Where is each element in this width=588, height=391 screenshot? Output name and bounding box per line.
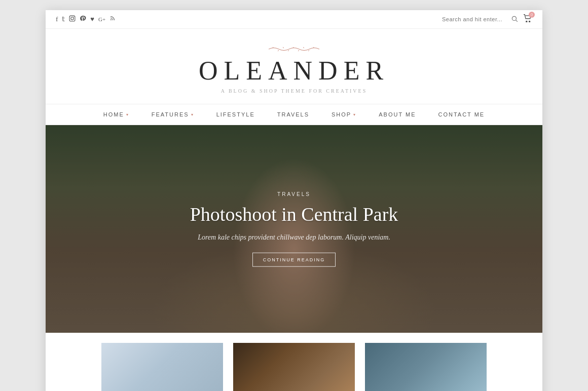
hero-excerpt: Lorem kale chips provident chillwave dep… <box>142 233 446 241</box>
top-bar: f 𝕥 ♥ G+ 0 <box>46 10 542 29</box>
svg-line-5 <box>516 20 518 21</box>
site-title: OLEANDER <box>56 56 532 85</box>
nav-item-lifestyle[interactable]: LIFESTYLE <box>205 104 266 125</box>
hero-title: Photoshoot in Central Park <box>142 203 446 226</box>
site-tagline: A BLOG & SHOP THEME FOR CREATIVES <box>56 88 532 94</box>
svg-point-1 <box>71 17 74 19</box>
svg-point-7 <box>529 21 530 22</box>
search-bar <box>442 15 518 24</box>
thumbnail-3[interactable] <box>365 343 487 391</box>
heart-icon[interactable]: ♥ <box>90 15 94 23</box>
instagram-icon[interactable] <box>69 15 76 24</box>
svg-point-6 <box>526 21 527 22</box>
svg-rect-0 <box>69 16 75 21</box>
nav-item-features[interactable]: FEATURES ▾ <box>140 104 205 125</box>
hero-cta-button[interactable]: CONTINUE READING <box>252 252 336 266</box>
home-arrow: ▾ <box>126 112 129 117</box>
rss-icon[interactable] <box>109 15 116 23</box>
site-header: OLEANDER A BLOG & SHOP THEME FOR CREATIV… <box>46 29 542 104</box>
nav-item-about[interactable]: ABOUT ME <box>368 104 427 125</box>
svg-point-2 <box>74 16 74 17</box>
browser-window: f 𝕥 ♥ G+ 0 <box>46 10 542 391</box>
social-icons: f 𝕥 ♥ G+ <box>56 15 116 24</box>
cart-badge: 0 <box>529 12 535 18</box>
shop-arrow: ▾ <box>353 112 356 117</box>
svg-point-4 <box>512 16 516 20</box>
pinterest-icon[interactable] <box>80 15 86 24</box>
search-button[interactable] <box>511 15 518 24</box>
thumbnail-1[interactable] <box>101 343 223 391</box>
hero-content: TRAVELS Photoshoot in Central Park Lorem… <box>142 191 446 267</box>
nav-item-shop[interactable]: SHOP ▾ <box>320 104 368 125</box>
main-nav: HOME ▾ FEATURES ▾ LIFESTYLE TRAVELS SHOP… <box>46 104 542 125</box>
logo-decoration <box>264 44 324 54</box>
thumbnail-2[interactable] <box>233 343 355 391</box>
nav-item-travels[interactable]: TRAVELS <box>266 104 320 125</box>
hero-section: TRAVELS Photoshoot in Central Park Lorem… <box>46 125 542 333</box>
googleplus-icon[interactable]: G+ <box>98 16 105 22</box>
nav-item-contact[interactable]: CONTACT ME <box>427 104 496 125</box>
twitter-icon[interactable]: 𝕥 <box>62 15 65 23</box>
cart-button[interactable]: 0 <box>523 14 532 24</box>
thumbnail-row <box>46 333 542 391</box>
hero-category: TRAVELS <box>142 191 446 197</box>
features-arrow: ▾ <box>191 112 194 117</box>
facebook-icon[interactable]: f <box>56 15 58 23</box>
top-right: 0 <box>442 14 532 24</box>
svg-point-3 <box>111 19 112 20</box>
search-input[interactable] <box>442 16 508 22</box>
nav-item-home[interactable]: HOME ▾ <box>92 104 140 125</box>
